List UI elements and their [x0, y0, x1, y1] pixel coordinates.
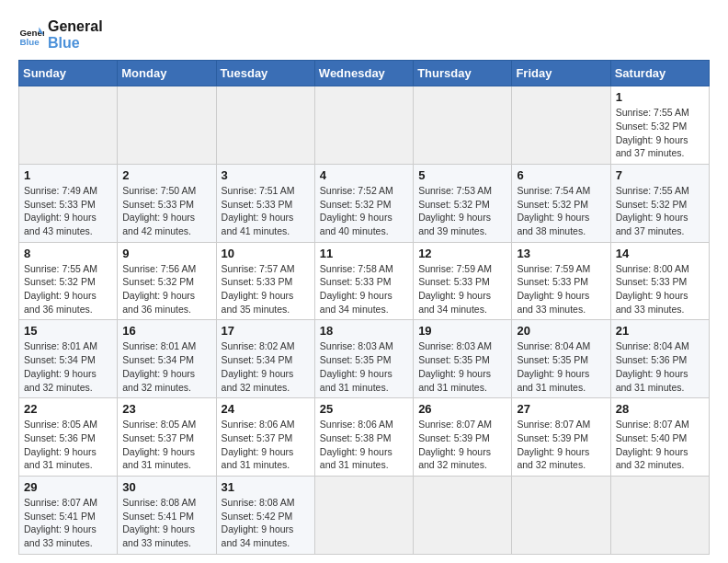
page-header: General Blue General Blue [18, 18, 710, 51]
calendar-cell [414, 476, 512, 554]
day-info: Sunrise: 8:06 AM Sunset: 5:38 PM Dayligh… [320, 418, 408, 472]
day-info: Sunrise: 8:07 AM Sunset: 5:41 PM Dayligh… [24, 496, 112, 550]
calendar-cell: 9 Sunrise: 7:56 AM Sunset: 5:32 PM Dayli… [118, 242, 216, 320]
day-number: 22 [24, 402, 112, 416]
day-info: Sunrise: 7:52 AM Sunset: 5:32 PM Dayligh… [320, 184, 408, 238]
day-info: Sunrise: 8:02 AM Sunset: 5:34 PM Dayligh… [222, 339, 310, 394]
day-info: Sunrise: 7:51 AM Sunset: 5:33 PM Dayligh… [222, 184, 310, 238]
day-number: 7 [616, 168, 704, 182]
day-number: 30 [122, 480, 210, 494]
logo: General Blue General Blue [18, 18, 103, 51]
day-number: 11 [320, 247, 408, 260]
calendar-cell: 3 Sunrise: 7:51 AM Sunset: 5:33 PM Dayli… [216, 164, 314, 242]
day-number: 9 [122, 247, 210, 260]
day-number: 15 [24, 324, 112, 338]
calendar-cell: 28 Sunrise: 8:07 AM Sunset: 5:40 PM Dayl… [610, 398, 709, 477]
calendar-cell: 4 Sunrise: 7:52 AM Sunset: 5:32 PM Dayli… [314, 164, 413, 242]
day-number: 16 [122, 324, 210, 338]
day-info: Sunrise: 8:05 AM Sunset: 5:37 PM Dayligh… [122, 418, 210, 472]
day-info: Sunrise: 7:57 AM Sunset: 5:33 PM Dayligh… [222, 262, 310, 316]
calendar-cell: 21 Sunrise: 8:04 AM Sunset: 5:36 PM Dayl… [610, 320, 709, 398]
calendar-cell: 26 Sunrise: 8:07 AM Sunset: 5:39 PM Dayl… [414, 398, 512, 477]
day-info: Sunrise: 7:55 AM Sunset: 5:32 PM Dayligh… [24, 262, 112, 316]
day-number: 19 [418, 324, 506, 338]
day-number: 23 [122, 402, 210, 416]
calendar-cell: 5 Sunrise: 7:53 AM Sunset: 5:32 PM Dayli… [414, 164, 512, 242]
calendar-cell [414, 86, 512, 165]
day-info: Sunrise: 7:49 AM Sunset: 5:33 PM Dayligh… [24, 184, 112, 238]
logo-icon: General Blue [18, 22, 44, 48]
day-info: Sunrise: 7:53 AM Sunset: 5:32 PM Dayligh… [418, 184, 506, 238]
calendar-cell: 11 Sunrise: 7:58 AM Sunset: 5:33 PM Dayl… [314, 242, 413, 320]
day-info: Sunrise: 8:04 AM Sunset: 5:36 PM Dayligh… [616, 339, 704, 394]
day-number: 8 [24, 247, 112, 260]
day-number: 13 [517, 247, 605, 260]
day-number: 14 [616, 247, 704, 260]
day-info: Sunrise: 7:54 AM Sunset: 5:32 PM Dayligh… [517, 184, 605, 238]
day-of-week-header: Friday [512, 61, 610, 86]
calendar-cell: 7 Sunrise: 7:55 AM Sunset: 5:32 PM Dayli… [610, 164, 709, 242]
calendar-cell [314, 476, 413, 554]
day-number: 18 [320, 324, 408, 338]
day-number: 26 [418, 402, 506, 416]
day-info: Sunrise: 7:56 AM Sunset: 5:32 PM Dayligh… [122, 262, 210, 316]
calendar-cell: 16 Sunrise: 8:01 AM Sunset: 5:34 PM Dayl… [118, 320, 216, 398]
calendar-cell: 23 Sunrise: 8:05 AM Sunset: 5:37 PM Dayl… [118, 398, 216, 477]
calendar-cell: 6 Sunrise: 7:54 AM Sunset: 5:32 PM Dayli… [512, 164, 610, 242]
calendar-cell [314, 86, 413, 165]
calendar-cell: 10 Sunrise: 7:57 AM Sunset: 5:33 PM Dayl… [216, 242, 314, 320]
day-info: Sunrise: 7:55 AM Sunset: 5:32 PM Dayligh… [616, 106, 704, 160]
calendar-cell: 31 Sunrise: 8:08 AM Sunset: 5:42 PM Dayl… [216, 476, 314, 554]
day-number: 10 [222, 247, 310, 260]
day-of-week-header: Monday [118, 61, 216, 86]
day-of-week-header: Wednesday [314, 61, 413, 86]
day-number: 25 [320, 402, 408, 416]
day-info: Sunrise: 8:08 AM Sunset: 5:41 PM Dayligh… [122, 496, 210, 550]
day-number: 1 [616, 90, 704, 104]
day-info: Sunrise: 8:00 AM Sunset: 5:33 PM Dayligh… [616, 262, 704, 316]
calendar-cell [19, 86, 118, 165]
day-number: 24 [222, 402, 310, 416]
calendar-cell: 8 Sunrise: 7:55 AM Sunset: 5:32 PM Dayli… [19, 242, 118, 320]
day-info: Sunrise: 7:59 AM Sunset: 5:33 PM Dayligh… [418, 262, 506, 316]
day-number: 28 [616, 402, 704, 416]
calendar-cell [512, 476, 610, 554]
calendar-cell: 12 Sunrise: 7:59 AM Sunset: 5:33 PM Dayl… [414, 242, 512, 320]
day-info: Sunrise: 8:01 AM Sunset: 5:34 PM Dayligh… [122, 339, 210, 394]
calendar-cell: 18 Sunrise: 8:03 AM Sunset: 5:35 PM Dayl… [314, 320, 413, 398]
day-number: 17 [222, 324, 310, 338]
day-number: 1 [24, 168, 112, 182]
calendar-cell: 27 Sunrise: 8:07 AM Sunset: 5:39 PM Dayl… [512, 398, 610, 477]
day-info: Sunrise: 8:07 AM Sunset: 5:40 PM Dayligh… [616, 418, 704, 472]
calendar-cell: 15 Sunrise: 8:01 AM Sunset: 5:34 PM Dayl… [19, 320, 118, 398]
day-info: Sunrise: 8:04 AM Sunset: 5:35 PM Dayligh… [517, 339, 605, 394]
calendar-cell [512, 86, 610, 165]
calendar-cell: 19 Sunrise: 8:03 AM Sunset: 5:35 PM Dayl… [414, 320, 512, 398]
calendar-cell: 30 Sunrise: 8:08 AM Sunset: 5:41 PM Dayl… [118, 476, 216, 554]
calendar-cell: 1 Sunrise: 7:49 AM Sunset: 5:33 PM Dayli… [19, 164, 118, 242]
day-number: 3 [222, 168, 310, 182]
day-number: 4 [320, 168, 408, 182]
calendar-cell [216, 86, 314, 165]
calendar-table: SundayMondayTuesdayWednesdayThursdayFrid… [18, 60, 710, 555]
day-number: 29 [24, 480, 112, 494]
day-info: Sunrise: 8:01 AM Sunset: 5:34 PM Dayligh… [24, 339, 112, 394]
calendar-cell: 22 Sunrise: 8:05 AM Sunset: 5:36 PM Dayl… [19, 398, 118, 477]
calendar-cell: 24 Sunrise: 8:06 AM Sunset: 5:37 PM Dayl… [216, 398, 314, 477]
day-number: 2 [122, 168, 210, 182]
day-info: Sunrise: 8:07 AM Sunset: 5:39 PM Dayligh… [517, 418, 605, 472]
day-info: Sunrise: 8:07 AM Sunset: 5:39 PM Dayligh… [418, 418, 506, 472]
day-info: Sunrise: 8:03 AM Sunset: 5:35 PM Dayligh… [418, 339, 506, 394]
day-info: Sunrise: 8:03 AM Sunset: 5:35 PM Dayligh… [320, 339, 408, 394]
day-info: Sunrise: 8:05 AM Sunset: 5:36 PM Dayligh… [24, 418, 112, 472]
day-of-week-header: Sunday [19, 61, 118, 86]
calendar-cell: 20 Sunrise: 8:04 AM Sunset: 5:35 PM Dayl… [512, 320, 610, 398]
day-number: 5 [418, 168, 506, 182]
calendar-cell: 17 Sunrise: 8:02 AM Sunset: 5:34 PM Dayl… [216, 320, 314, 398]
day-info: Sunrise: 7:59 AM Sunset: 5:33 PM Dayligh… [517, 262, 605, 316]
day-number: 31 [222, 480, 310, 494]
calendar-cell: 14 Sunrise: 8:00 AM Sunset: 5:33 PM Dayl… [610, 242, 709, 320]
day-info: Sunrise: 7:55 AM Sunset: 5:32 PM Dayligh… [616, 184, 704, 238]
calendar-cell: 13 Sunrise: 7:59 AM Sunset: 5:33 PM Dayl… [512, 242, 610, 320]
calendar-cell: 29 Sunrise: 8:07 AM Sunset: 5:41 PM Dayl… [19, 476, 118, 554]
